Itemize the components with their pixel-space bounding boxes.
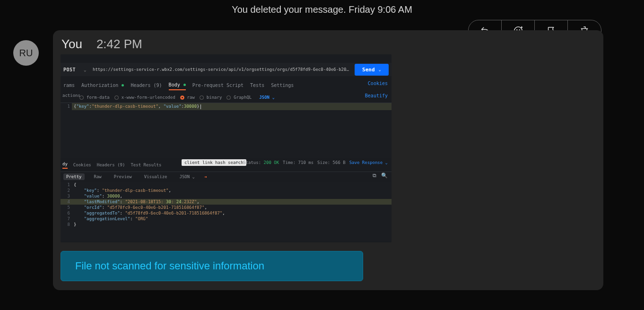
response-code: "aggregationLevel": "ORG" xyxy=(72,216,392,222)
body-type-label: form-data xyxy=(87,95,110,100)
response-line: 4 "lastModified": "2021-08-18T15: 30: 24… xyxy=(61,199,392,205)
copy-icon[interactable]: ⧉ xyxy=(373,172,376,179)
body-type-row: form-datax-www-form-urlencodedrawbinaryG… xyxy=(61,92,392,103)
save-response-link[interactable]: Save Response ⌄ xyxy=(349,160,388,165)
view-mode-pretty[interactable]: Pretty xyxy=(63,173,85,180)
response-tab-headers[interactable]: Headers (9) xyxy=(97,163,125,167)
chevron-down-icon: ⌄ xyxy=(84,67,87,72)
radio-icon xyxy=(79,95,84,100)
response-code: } xyxy=(72,222,392,227)
line-number: 4 xyxy=(61,199,72,205)
size-label: Size: xyxy=(317,160,330,165)
line-number: 5 xyxy=(61,205,72,210)
chevron-down-icon: ⌄ xyxy=(379,67,381,72)
response-line: 1{ xyxy=(61,182,392,188)
editor-code[interactable]: {"key":"thunder-dlp-casb-timeout", "valu… xyxy=(72,103,392,110)
http-method-selector[interactable]: POST ⌄ xyxy=(61,67,89,72)
response-code: "value": 30000, xyxy=(72,193,392,199)
line-number: 2 xyxy=(61,188,72,193)
response-line: 3 "value": 30000, xyxy=(61,193,392,199)
line-number: 1 xyxy=(61,103,72,110)
wrap-lines-icon[interactable]: ⇥ xyxy=(204,174,207,179)
request-tabs: ramsAuthorizationHeaders (9)BodyPre-requ… xyxy=(61,81,392,91)
body-type-label: raw xyxy=(187,95,195,100)
message-timestamp: 2:42 PM xyxy=(96,37,142,52)
request-tab-rams[interactable]: rams xyxy=(63,83,75,90)
response-tab-cookies[interactable]: Cookies xyxy=(73,163,91,167)
http-method-label: POST xyxy=(63,67,76,72)
avatar: RU xyxy=(13,40,39,66)
beautify-link[interactable]: Beautify xyxy=(365,93,388,98)
save-response-label: Save Response xyxy=(349,160,383,165)
status-code: 200 OK xyxy=(264,160,279,165)
dlp-scan-banner: File not scanned for sensitive informati… xyxy=(61,251,363,281)
response-tab-dy[interactable]: dy xyxy=(62,162,68,169)
send-button[interactable]: Send ⌄ xyxy=(355,64,389,76)
radio-icon xyxy=(180,95,184,100)
time-label: Time: xyxy=(283,160,296,165)
request-body-editor[interactable]: 1 {"key":"thunder-dlp-casb-timeout", "va… xyxy=(61,103,392,158)
response-line: 7 "aggregationLevel": "ORG" xyxy=(61,216,392,222)
line-number: 7 xyxy=(61,216,72,222)
response-code: { xyxy=(72,182,392,188)
radio-icon xyxy=(200,95,204,100)
request-tab-pre-request-script[interactable]: Pre-request Script xyxy=(192,83,244,90)
view-mode-json[interactable]: JSON ⌄ xyxy=(177,173,198,180)
view-mode-preview[interactable]: Preview xyxy=(111,173,135,180)
response-line: 8} xyxy=(61,222,392,227)
size-value: 566 B xyxy=(333,160,346,165)
line-number: 8 xyxy=(61,222,72,227)
response-toolbar-icons: ⧉ 🔍 xyxy=(373,172,388,179)
editor-line: 1 {"key":"thunder-dlp-casb-timeout", "va… xyxy=(61,103,392,110)
system-banner: You deleted your message. Friday 9:06 AM xyxy=(0,0,644,15)
body-type-binary[interactable]: binary xyxy=(200,95,222,100)
request-tab-body[interactable]: Body xyxy=(169,82,186,90)
body-type-label: GraphQL xyxy=(234,95,252,100)
response-status-bar: ⟳ Status: 200 OK Time: 710 ms Size: 566 … xyxy=(235,160,388,165)
request-row: POST ⌄ https://settings-service-r.wbx2.c… xyxy=(61,63,392,76)
time-value: 710 ms xyxy=(298,160,314,165)
status-label: Status: xyxy=(243,160,261,165)
radio-icon xyxy=(226,95,231,100)
message-bubble: You 2:42 PM POST ⌄ https://settings-serv… xyxy=(53,30,603,290)
line-number: 6 xyxy=(61,210,72,216)
response-code: "aggregatedTo": "d5f78fd9-6ec0-40e6-b201… xyxy=(72,210,392,216)
request-url-input[interactable]: https://settings-service-r.wbx2.com/sett… xyxy=(89,67,355,72)
body-language-selector[interactable]: JSON ⌄ xyxy=(259,95,275,100)
refresh-icon[interactable]: ⟳ xyxy=(235,160,239,165)
body-type-form-data[interactable]: form-data xyxy=(79,95,110,100)
view-mode-visualize[interactable]: Visualize xyxy=(141,173,170,180)
body-type-x-www-form-urlencoded[interactable]: x-www-form-urlencoded xyxy=(114,95,175,100)
response-body[interactable]: 1{2 "key": "thunder-dlp-casb-timeout",3 … xyxy=(61,182,392,241)
sender-name: You xyxy=(61,37,82,52)
request-tab-settings[interactable]: Settings xyxy=(271,83,294,90)
send-button-label: Send xyxy=(362,67,375,73)
line-number: 3 xyxy=(61,193,72,199)
attached-screenshot[interactable]: POST ⌄ https://settings-service-r.wbx2.c… xyxy=(61,54,392,242)
view-mode-raw[interactable]: Raw xyxy=(91,173,104,180)
request-tab-authorization[interactable]: Authorization xyxy=(81,83,124,90)
body-type-graphql[interactable]: GraphQL xyxy=(226,95,252,100)
message-header: You 2:42 PM xyxy=(61,37,596,52)
body-type-raw[interactable]: raw xyxy=(180,95,195,100)
body-type-label: x-www-form-urlencoded xyxy=(122,95,175,100)
cookies-link[interactable]: Cookies xyxy=(368,81,388,86)
line-number: 1 xyxy=(61,182,72,188)
body-type-label: binary xyxy=(207,95,222,100)
response-line: 2 "key": "thunder-dlp-casb-timeout", xyxy=(61,188,392,193)
chevron-down-icon: ⌄ xyxy=(385,160,388,165)
response-line: 5 "orcId": "d5f78fc9-6ec0-40e6-b201-7185… xyxy=(61,205,392,210)
response-line: 6 "aggregatedTo": "d5f78fd9-6ec0-40e6-b2… xyxy=(61,210,392,216)
request-tab-headers[interactable]: Headers (9) xyxy=(131,83,162,90)
radio-icon xyxy=(114,95,119,100)
search-icon[interactable]: 🔍 xyxy=(381,172,388,179)
response-code: "orcId": "d5f78fc9-6ec0-40e6-b201-718516… xyxy=(72,205,392,210)
response-code: "lastModified": "2021-08-18T15: 30: 24.2… xyxy=(72,199,392,205)
response-code: "key": "thunder-dlp-casb-timeout", xyxy=(72,188,392,193)
response-view-modes: PrettyRawPreviewVisualizeJSON ⌄⇥ xyxy=(61,172,392,181)
response-tab-test-results[interactable]: Test Results xyxy=(131,163,161,167)
request-tab-tests[interactable]: Tests xyxy=(250,83,264,90)
